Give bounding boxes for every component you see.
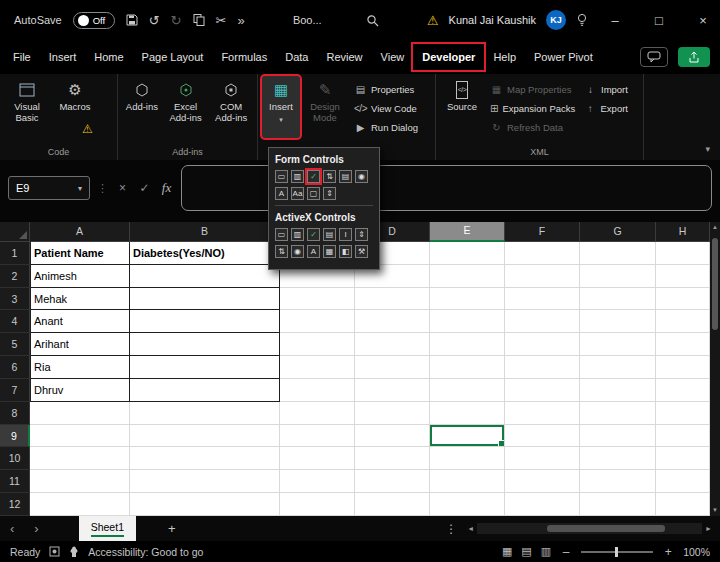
avatar[interactable]: KJ — [546, 10, 566, 30]
name-box[interactable]: E9 ▾ — [8, 176, 90, 200]
cell-B10[interactable] — [130, 447, 280, 470]
sheet-tab-sheet1[interactable]: Sheet1 — [79, 516, 136, 541]
check-box-icon[interactable]: ✓ — [307, 228, 320, 241]
cell-D12[interactable] — [355, 493, 430, 516]
cell-G7[interactable] — [580, 379, 656, 402]
column-header-F[interactable]: F — [505, 222, 580, 242]
refresh-data-button[interactable]: ↻ Refresh Data — [486, 118, 578, 136]
zoom-slider-thumb[interactable] — [615, 547, 618, 557]
com-add-ins-button[interactable]: COM Add-ins — [209, 76, 253, 138]
scroll-bar-icon[interactable]: ⇕ — [355, 228, 368, 241]
cell-F3[interactable] — [505, 288, 580, 311]
command-button-icon[interactable]: ▭ — [275, 228, 288, 241]
normal-view-icon[interactable]: ▦ — [502, 545, 512, 558]
list-box-icon[interactable]: ▤ — [323, 228, 336, 241]
visual-basic-button[interactable]: Visual Basic — [4, 76, 50, 138]
sheetbar-menu-icon[interactable]: ⋮ — [445, 522, 457, 536]
scroll-bar-icon[interactable]: ⇕ — [323, 187, 336, 200]
cell-C10[interactable] — [280, 447, 355, 470]
cell-A8[interactable] — [30, 402, 130, 425]
cell-A7[interactable]: Dhruv — [30, 379, 130, 402]
comments-button[interactable] — [640, 47, 668, 67]
cell-E6[interactable] — [430, 356, 505, 379]
label-icon[interactable]: A — [307, 245, 320, 258]
cell-F6[interactable] — [505, 356, 580, 379]
undo-icon[interactable]: ↺ — [149, 14, 160, 27]
tab-file[interactable]: File — [4, 44, 40, 70]
cell-H7[interactable] — [656, 379, 710, 402]
import-button[interactable]: ↓ Import — [580, 80, 632, 98]
cell-A5[interactable]: Arihant — [30, 333, 130, 356]
cell-C7[interactable] — [280, 379, 355, 402]
cell-B5[interactable] — [130, 333, 280, 356]
cell-H4[interactable] — [656, 310, 710, 333]
cell-C4[interactable] — [280, 310, 355, 333]
share-button[interactable] — [678, 47, 710, 67]
maximize-button[interactable]: □ — [642, 0, 676, 40]
close-button[interactable]: × — [686, 0, 720, 40]
cell-E3[interactable] — [430, 288, 505, 311]
cell-G11[interactable] — [580, 470, 656, 493]
collapse-ribbon-icon[interactable]: ▾ — [705, 144, 710, 154]
page-layout-view-icon[interactable]: ▤ — [521, 545, 531, 558]
accessibility-status[interactable]: Accessibility: Good to go — [88, 546, 203, 558]
view-code-button[interactable]: </> View Code — [350, 99, 422, 117]
more-controls-icon[interactable]: ⚒ — [355, 245, 368, 258]
cell-E1[interactable] — [430, 242, 505, 265]
zoom-slider[interactable] — [581, 551, 653, 553]
macro-security-warning-icon[interactable]: ⚠ — [82, 122, 93, 136]
run-dialog-button[interactable]: ▶ Run Dialog — [350, 118, 422, 136]
macro-record-icon[interactable] — [49, 546, 60, 557]
cell-B2[interactable] — [130, 265, 280, 288]
cell-D4[interactable] — [355, 310, 430, 333]
tab-help[interactable]: Help — [484, 44, 525, 70]
cell-G5[interactable] — [580, 333, 656, 356]
cancel-entry-icon[interactable]: × — [115, 181, 130, 195]
row-header-8[interactable]: 8 — [0, 402, 30, 425]
properties-button[interactable]: ▤ Properties — [350, 80, 422, 98]
vertical-scrollbar[interactable]: ▲ ▼ — [710, 222, 720, 516]
column-header-B[interactable]: B — [130, 222, 280, 242]
cell-H12[interactable] — [656, 493, 710, 516]
copy-icon[interactable] — [193, 14, 205, 26]
cell-E11[interactable] — [430, 470, 505, 493]
cell-C6[interactable] — [280, 356, 355, 379]
cell-B1[interactable]: Diabetes(Yes/NO) — [130, 242, 280, 265]
cell-H11[interactable] — [656, 470, 710, 493]
cell-F12[interactable] — [505, 493, 580, 516]
cell-E2[interactable] — [430, 265, 505, 288]
label-control-icon[interactable]: A — [275, 187, 288, 200]
cell-E12[interactable] — [430, 493, 505, 516]
vertical-scroll-thumb[interactable] — [712, 238, 718, 330]
cell-G6[interactable] — [580, 356, 656, 379]
tab-page-layout[interactable]: Page Layout — [133, 44, 213, 70]
cell-F1[interactable] — [505, 242, 580, 265]
tab-insert[interactable]: Insert — [40, 44, 86, 70]
cell-B4[interactable] — [130, 310, 280, 333]
insert-function-icon[interactable]: fx — [159, 180, 174, 196]
cell-G2[interactable] — [580, 265, 656, 288]
cell-D10[interactable] — [355, 447, 430, 470]
cell-A12[interactable] — [30, 493, 130, 516]
cell-E4[interactable] — [430, 310, 505, 333]
tab-data[interactable]: Data — [276, 44, 317, 70]
cell-A1[interactable]: Patient Name — [30, 242, 130, 265]
redo-icon[interactable]: ↻ — [171, 14, 182, 27]
lightbulb-icon[interactable] — [576, 13, 588, 27]
cell-H8[interactable] — [656, 402, 710, 425]
cell-B6[interactable] — [130, 356, 280, 379]
cell-B3[interactable] — [130, 288, 280, 311]
cell-D6[interactable] — [355, 356, 430, 379]
export-button[interactable]: ↑ Export — [580, 99, 632, 117]
design-mode-button[interactable]: ✎ Design Mode — [302, 76, 348, 138]
tab-formulas[interactable]: Formulas — [212, 44, 276, 70]
zoom-out-button[interactable]: – — [560, 545, 572, 559]
column-header-G[interactable]: G — [580, 222, 656, 242]
column-header-H[interactable]: H — [656, 222, 710, 242]
row-header-4[interactable]: 4 — [0, 310, 30, 333]
insert-controls-button[interactable]: ▦ Insert ▾ — [262, 76, 300, 138]
column-header-A[interactable]: A — [30, 222, 130, 242]
cell-F9[interactable] — [505, 425, 580, 448]
cell-H3[interactable] — [656, 288, 710, 311]
cell-B11[interactable] — [130, 470, 280, 493]
